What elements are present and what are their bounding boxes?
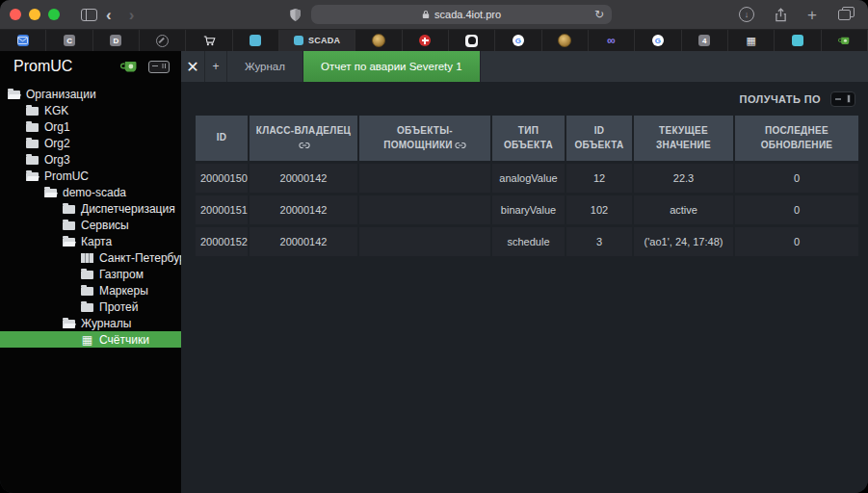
add-tab-button[interactable]: + <box>205 51 227 82</box>
pinned-tab[interactable]: 4 <box>682 30 728 51</box>
document-tab-bar: ✕ + Журнал Отчет по аварии Severety 1 <box>181 51 868 82</box>
cup-icon[interactable] <box>120 61 139 73</box>
google-icon: G <box>652 35 664 46</box>
keyboard-icon[interactable] <box>148 61 170 73</box>
pinned-tab[interactable]: ∞ <box>589 30 635 51</box>
object-tree: Организации KGK Org1 Org2 Org3 PromUC de… <box>0 86 181 348</box>
tab-report-severety-1[interactable]: Отчет по аварии Severety 1 <box>303 51 481 82</box>
cell-last-update: 0 <box>735 195 858 224</box>
cell-id: 20000150 <box>196 164 248 193</box>
pinned-tab[interactable] <box>449 30 495 51</box>
four-app-icon: 4 <box>698 35 710 46</box>
map-icon <box>81 253 93 263</box>
downloads-icon[interactable]: ↓ <box>739 7 754 22</box>
coin-icon <box>558 34 571 47</box>
col-header-class-owner[interactable]: КЛАСС-ВЛАДЕЛЕЦ <box>250 116 357 161</box>
browser-tab-bar: C D SCADA G ∞ G 4 ▦ <box>0 30 868 51</box>
address-bar[interactable]: scada.4iot.pro ↻ <box>311 5 612 24</box>
tree-item-demo-scada[interactable]: demo-scada <box>0 184 181 200</box>
tree-item-kgk[interactable]: KGK <box>0 102 181 118</box>
cell-class-owner: 20000142 <box>250 164 357 193</box>
tree-item-org3[interactable]: Org3 <box>0 151 181 168</box>
url-text: scada.4iot.pro <box>434 9 501 20</box>
table-icon: ▦ <box>81 335 93 345</box>
share-icon[interactable] <box>775 8 787 22</box>
pinned-tab[interactable] <box>542 30 589 51</box>
tree-item-org2[interactable]: Org2 <box>0 135 181 151</box>
tree-item-org1[interactable]: Org1 <box>0 118 181 135</box>
tree-item-gazprom[interactable]: Газпром <box>0 266 181 282</box>
col-header-object-type[interactable]: ТИП ОБЪЕКТА <box>492 116 565 161</box>
cell-object-type: schedule <box>492 227 565 256</box>
pinned-tab[interactable]: G <box>635 30 681 51</box>
pinned-tab[interactable] <box>140 30 186 51</box>
gold-coin-icon <box>372 34 385 47</box>
browser-window: ‹ › scada.4iot.pro ↻ ↓ + C D SC <box>0 0 868 493</box>
sidebar-toggle-icon[interactable] <box>81 9 97 21</box>
tree-item-organizacii[interactable]: Организации <box>0 86 181 102</box>
cell-current-value: active <box>634 195 733 224</box>
pinned-tab[interactable]: C <box>46 30 92 51</box>
red-cross-icon <box>419 35 431 46</box>
close-window-button[interactable] <box>10 9 21 20</box>
col-header-id[interactable]: ID <box>196 116 248 161</box>
new-tab-icon[interactable]: + <box>807 7 817 23</box>
fetch-mode-toggle-icon[interactable] <box>830 91 855 107</box>
pinned-tab[interactable]: D <box>93 30 140 51</box>
cell-current-value: ('ao1', 24, 17:48) <box>634 227 733 256</box>
folder-icon <box>81 303 93 312</box>
tree-item-protei[interactable]: Протей <box>0 298 181 315</box>
col-header-last-update[interactable]: ПОСЛЕДНЕЕ ОБНОВЛЕНИЕ <box>735 116 858 161</box>
col-header-helper-objects[interactable]: ОБЪЕКТЫ-ПОМОЩНИКИ <box>359 116 490 161</box>
pinned-tab[interactable] <box>403 30 449 51</box>
tree-item-dispetcherizacia[interactable]: Диспетчеризация <box>0 200 181 217</box>
pinned-tab[interactable] <box>186 30 232 51</box>
fetch-by-label: ПОЛУЧАТЬ ПО <box>740 93 821 105</box>
table-row[interactable]: 20000152 20000142 schedule 3 ('ao1', 24,… <box>196 227 858 256</box>
back-icon[interactable]: ‹ <box>97 7 120 23</box>
privacy-shield-icon[interactable] <box>289 8 302 22</box>
table-row[interactable]: 20000151 20000142 binaryValue 102 active… <box>196 195 858 224</box>
tree-item-servisy[interactable]: Сервисы <box>0 217 181 233</box>
folder-open-icon <box>44 189 57 197</box>
pinned-tab[interactable]: ▦ <box>728 30 775 51</box>
tab-zhurnal[interactable]: Журнал <box>227 51 303 82</box>
pinned-tab[interactable] <box>0 30 46 51</box>
pinned-tab[interactable] <box>822 30 868 51</box>
tab-scada-label: SCADA <box>308 36 341 45</box>
cell-object-id: 3 <box>566 227 632 256</box>
pinned-tab[interactable]: G <box>495 30 541 51</box>
cell-id: 20000151 <box>196 195 248 224</box>
col-header-object-id[interactable]: ID ОБЪЕКТА <box>566 116 632 161</box>
google-icon: G <box>513 35 524 46</box>
tree-item-karta[interactable]: Карта <box>0 233 181 249</box>
pinned-tab[interactable] <box>775 30 821 51</box>
tree-item-promuc[interactable]: PromUC <box>0 168 181 184</box>
minimize-window-button[interactable] <box>29 9 40 20</box>
report-content: ПОЛУЧАТЬ ПО ID КЛАСС-ВЛАДЕЛЕЦ ОБЪЕКТЫ-ПО… <box>181 82 868 493</box>
tree-item-sankt-peterburg[interactable]: Санкт-Петербург <box>0 249 181 266</box>
tree-item-zhurnaly[interactable]: Журналы <box>0 315 181 331</box>
cell-current-value: 22.3 <box>634 164 733 193</box>
pinned-tab[interactable] <box>355 30 402 51</box>
zoom-window-button[interactable] <box>48 9 60 20</box>
tab-scada[interactable]: SCADA <box>279 30 355 51</box>
folder-icon <box>26 140 39 148</box>
tree-item-schetchiki[interactable]: ▦Счётчики <box>0 331 181 348</box>
tree-item-markery[interactable]: Маркеры <box>0 282 181 298</box>
close-tab-button[interactable]: ✕ <box>181 51 205 82</box>
folder-icon <box>26 107 39 116</box>
cell-helper-objects <box>359 195 490 224</box>
folder-open-icon <box>63 238 75 246</box>
lock-icon <box>422 10 430 19</box>
table-header-row: ID КЛАСС-ВЛАДЕЛЕЦ ОБЪЕКТЫ-ПОМОЩНИКИ ТИП … <box>196 116 858 161</box>
forward-icon[interactable]: › <box>120 7 144 23</box>
navigation-sidebar: PromUC Организации KGK Org1 Org2 Org3 Pr… <box>0 51 181 493</box>
col-header-current-value[interactable]: ТЕКУЩЕЕ ЗНАЧЕНИЕ <box>634 116 733 161</box>
folder-icon <box>81 287 93 296</box>
table-row[interactable]: 20000150 20000142 analogValue 12 22.3 0 <box>196 164 858 193</box>
reload-icon[interactable]: ↻ <box>594 8 604 21</box>
pinned-tab[interactable] <box>233 30 279 51</box>
tab-overview-icon[interactable] <box>839 10 851 19</box>
teal-app-icon <box>250 35 261 46</box>
